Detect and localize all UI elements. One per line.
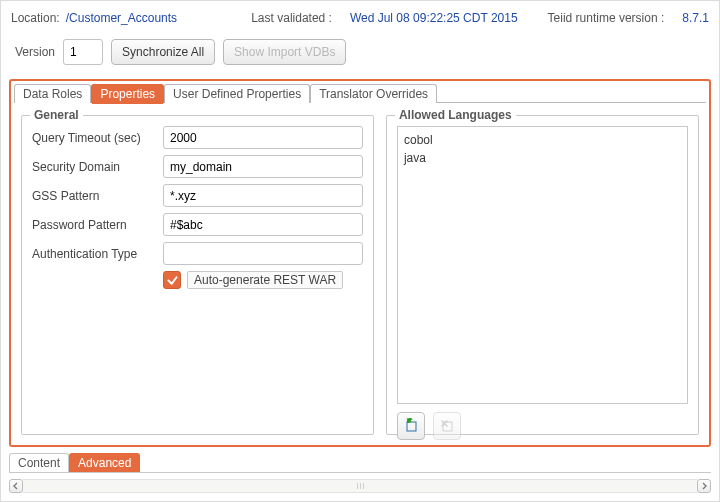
- security-domain-label: Security Domain: [32, 160, 157, 174]
- horizontal-scrollbar[interactable]: [9, 479, 711, 493]
- auto-generate-rest-war-checkbox[interactable]: [163, 271, 181, 289]
- password-pattern-input[interactable]: [163, 213, 363, 236]
- general-fieldset: General Query Timeout (sec) Security Dom…: [21, 115, 374, 435]
- tab-translator-overrides[interactable]: Translator Overrides: [310, 84, 437, 103]
- chevron-right-icon: [700, 482, 708, 490]
- bottom-tabstrip: Content Advanced: [9, 453, 711, 473]
- password-pattern-label: Password Pattern: [32, 218, 157, 232]
- runtime-version-value: 8.7.1: [682, 11, 709, 25]
- synchronize-all-button[interactable]: Synchronize All: [111, 39, 215, 65]
- show-import-vdbs-button: Show Import VDBs: [223, 39, 346, 65]
- chevron-left-icon: [12, 482, 20, 490]
- tab-data-roles[interactable]: Data Roles: [14, 84, 91, 103]
- tab-content[interactable]: Content: [9, 453, 69, 472]
- list-item[interactable]: java: [404, 149, 681, 167]
- gss-pattern-label: GSS Pattern: [32, 189, 157, 203]
- remove-icon: [439, 418, 455, 434]
- runtime-version-label: Teiid runtime version :: [548, 11, 665, 25]
- tab-user-defined-properties[interactable]: User Defined Properties: [164, 84, 310, 103]
- allowed-languages-fieldset: Allowed Languages cobol java: [386, 115, 699, 435]
- last-validated-label: Last validated :: [251, 11, 332, 25]
- last-validated-value: Wed Jul 08 09:22:25 CDT 2015: [350, 11, 518, 25]
- properties-panel: Data Roles Properties User Defined Prope…: [9, 79, 711, 447]
- authentication-type-input[interactable]: [163, 242, 363, 265]
- add-language-button[interactable]: [397, 412, 425, 440]
- query-timeout-label: Query Timeout (sec): [32, 131, 157, 145]
- top-tabstrip: Data Roles Properties User Defined Prope…: [11, 81, 709, 103]
- auto-generate-rest-war-label: Auto-generate REST WAR: [187, 271, 343, 289]
- tab-properties[interactable]: Properties: [91, 84, 164, 103]
- checkmark-icon: [166, 274, 179, 287]
- allowed-languages-legend: Allowed Languages: [395, 108, 516, 122]
- scroll-track[interactable]: [23, 479, 697, 493]
- location-path: /Customer_Accounts: [66, 11, 177, 25]
- version-label: Version: [15, 45, 55, 59]
- security-domain-input[interactable]: [163, 155, 363, 178]
- scroll-grip-icon: [352, 483, 368, 489]
- query-timeout-input[interactable]: [163, 126, 363, 149]
- tab-advanced[interactable]: Advanced: [69, 453, 140, 472]
- location-label: Location:: [11, 11, 60, 25]
- remove-language-button: [433, 412, 461, 440]
- scroll-left-button[interactable]: [9, 479, 23, 493]
- scroll-right-button[interactable]: [697, 479, 711, 493]
- general-legend: General: [30, 108, 83, 122]
- list-item[interactable]: cobol: [404, 131, 681, 149]
- gss-pattern-input[interactable]: [163, 184, 363, 207]
- add-icon: [403, 418, 419, 434]
- version-input[interactable]: [63, 39, 103, 65]
- svg-rect-0: [407, 422, 416, 431]
- authentication-type-label: Authentication Type: [32, 247, 157, 261]
- allowed-languages-listbox[interactable]: cobol java: [397, 126, 688, 404]
